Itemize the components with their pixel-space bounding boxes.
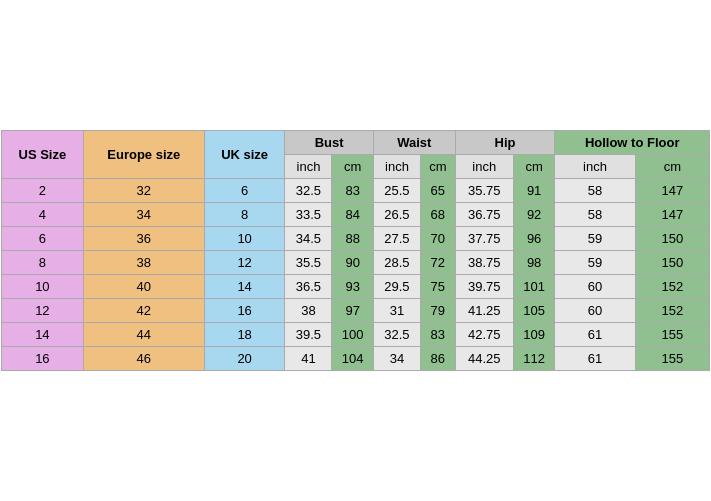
- hip-cm: 96: [513, 227, 554, 251]
- uk-size: 10: [204, 227, 285, 251]
- header-eu: Europe size: [83, 131, 204, 179]
- htf-inch: 59: [555, 251, 635, 275]
- hip-inch: 37.75: [455, 227, 513, 251]
- waist-inch: 32.5: [373, 323, 420, 347]
- table-row: 2 32 6 32.5 83 25.5 65 35.75 91 58 147: [2, 179, 710, 203]
- waist-cm: 79: [420, 299, 455, 323]
- htf-cm: 155: [635, 323, 709, 347]
- us-size: 16: [2, 347, 84, 371]
- waist-inch: 28.5: [373, 251, 420, 275]
- table-row: 16 46 20 41 104 34 86 44.25 112 61 155: [2, 347, 710, 371]
- uk-size: 12: [204, 251, 285, 275]
- header-hip: Hip: [455, 131, 555, 155]
- table-row: 14 44 18 39.5 100 32.5 83 42.75 109 61 1…: [2, 323, 710, 347]
- bust-cm: 84: [332, 203, 373, 227]
- waist-cm: 83: [420, 323, 455, 347]
- bust-cm: 104: [332, 347, 373, 371]
- hip-inch: 38.75: [455, 251, 513, 275]
- waist-cm: 68: [420, 203, 455, 227]
- hip-inch: 42.75: [455, 323, 513, 347]
- header-uk: UK size: [204, 131, 285, 179]
- waist-cm: 72: [420, 251, 455, 275]
- htf-inch: 58: [555, 179, 635, 203]
- bust-inch-label: inch: [285, 155, 332, 179]
- uk-size: 14: [204, 275, 285, 299]
- table-row: 10 40 14 36.5 93 29.5 75 39.75 101 60 15…: [2, 275, 710, 299]
- eu-size: 40: [83, 275, 204, 299]
- bust-inch: 35.5: [285, 251, 332, 275]
- bust-cm: 100: [332, 323, 373, 347]
- bust-inch: 41: [285, 347, 332, 371]
- hip-cm: 98: [513, 251, 554, 275]
- us-size: 2: [2, 179, 84, 203]
- htf-cm: 152: [635, 299, 709, 323]
- waist-inch: 27.5: [373, 227, 420, 251]
- htf-cm-label: cm: [635, 155, 709, 179]
- waist-cm: 75: [420, 275, 455, 299]
- hip-cm: 109: [513, 323, 554, 347]
- htf-cm: 150: [635, 251, 709, 275]
- header-us: US Size: [2, 131, 84, 179]
- header-htf: Hollow to Floor: [555, 131, 710, 155]
- waist-cm: 86: [420, 347, 455, 371]
- bust-inch: 33.5: [285, 203, 332, 227]
- waist-cm-label: cm: [420, 155, 455, 179]
- eu-size: 38: [83, 251, 204, 275]
- us-size: 12: [2, 299, 84, 323]
- hip-cm: 91: [513, 179, 554, 203]
- table-row: 12 42 16 38 97 31 79 41.25 105 60 152: [2, 299, 710, 323]
- hip-inch: 44.25: [455, 347, 513, 371]
- htf-cm: 155: [635, 347, 709, 371]
- htf-inch: 60: [555, 299, 635, 323]
- uk-size: 16: [204, 299, 285, 323]
- eu-size: 36: [83, 227, 204, 251]
- htf-cm: 147: [635, 203, 709, 227]
- table-row: 4 34 8 33.5 84 26.5 68 36.75 92 58 147: [2, 203, 710, 227]
- waist-cm: 70: [420, 227, 455, 251]
- eu-size: 32: [83, 179, 204, 203]
- bust-inch: 32.5: [285, 179, 332, 203]
- hip-cm: 101: [513, 275, 554, 299]
- hip-cm-label: cm: [513, 155, 554, 179]
- bust-inch: 38: [285, 299, 332, 323]
- bust-inch: 36.5: [285, 275, 332, 299]
- waist-cm: 65: [420, 179, 455, 203]
- bust-cm: 83: [332, 179, 373, 203]
- table-row: 8 38 12 35.5 90 28.5 72 38.75 98 59 150: [2, 251, 710, 275]
- htf-inch: 61: [555, 323, 635, 347]
- bust-cm-label: cm: [332, 155, 373, 179]
- waist-inch: 26.5: [373, 203, 420, 227]
- us-size: 4: [2, 203, 84, 227]
- htf-cm: 150: [635, 227, 709, 251]
- htf-cm: 152: [635, 275, 709, 299]
- header-bust: Bust: [285, 131, 373, 155]
- uk-size: 8: [204, 203, 285, 227]
- header-waist: Waist: [373, 131, 455, 155]
- hip-inch: 39.75: [455, 275, 513, 299]
- eu-size: 34: [83, 203, 204, 227]
- eu-size: 42: [83, 299, 204, 323]
- us-size: 8: [2, 251, 84, 275]
- waist-inch-label: inch: [373, 155, 420, 179]
- bust-cm: 90: [332, 251, 373, 275]
- hip-cm: 105: [513, 299, 554, 323]
- size-chart: US Size Europe size UK size Bust Waist H…: [1, 130, 710, 371]
- htf-inch: 60: [555, 275, 635, 299]
- bust-inch: 39.5: [285, 323, 332, 347]
- htf-inch-label: inch: [555, 155, 635, 179]
- uk-size: 18: [204, 323, 285, 347]
- bust-cm: 97: [332, 299, 373, 323]
- hip-inch-label: inch: [455, 155, 513, 179]
- htf-cm: 147: [635, 179, 709, 203]
- eu-size: 44: [83, 323, 204, 347]
- us-size: 10: [2, 275, 84, 299]
- waist-inch: 31: [373, 299, 420, 323]
- bust-inch: 34.5: [285, 227, 332, 251]
- waist-inch: 34: [373, 347, 420, 371]
- hip-cm: 92: [513, 203, 554, 227]
- bust-cm: 88: [332, 227, 373, 251]
- uk-size: 6: [204, 179, 285, 203]
- htf-inch: 61: [555, 347, 635, 371]
- eu-size: 46: [83, 347, 204, 371]
- us-size: 14: [2, 323, 84, 347]
